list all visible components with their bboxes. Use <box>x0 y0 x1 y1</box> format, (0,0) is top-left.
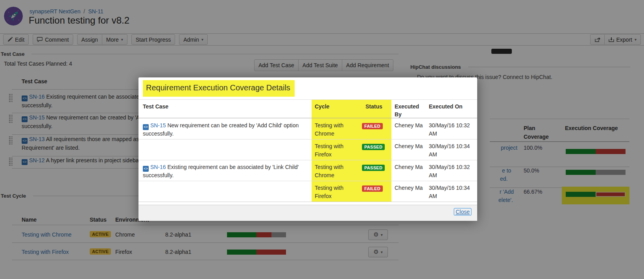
cycle-cell: Testing with Firefox <box>315 142 352 159</box>
executed-by-cell: Cheney Ma <box>395 142 423 151</box>
cycle-cell: Testing with Chrome <box>315 121 352 138</box>
cycle-cell: Testing with Chrome <box>315 163 352 180</box>
modal-status-column-header: Status <box>365 103 382 110</box>
modal-test-case-column-header: Test Case <box>143 103 168 110</box>
modal-executed-by-column-header-line2: By <box>395 111 402 117</box>
executed-by-cell: Cheney Ma <box>395 184 423 192</box>
test-case-summary: New requirement can be created by 'Add C… <box>167 122 299 128</box>
table-row: Testing with Firefox FAILED Cheney Ma 30… <box>138 181 477 202</box>
dialog-title: Requirement Execution Coverage Details <box>146 83 290 92</box>
test-case-summary-line2: successfully. <box>143 171 173 180</box>
page: synapseRT NextGen / SN-11 Function testi… <box>0 0 644 279</box>
test-case-icon: <> <box>143 124 149 130</box>
test-case-summary: Existing requirement can be associated b… <box>167 164 299 170</box>
test-case-summary-line2: successfully. <box>143 130 173 138</box>
status-badge: PASSED <box>362 144 385 150</box>
executed-on-cell: 30/May/16 10:32 AM <box>429 121 473 138</box>
modal-executed-by-column-header: Executed <box>395 103 419 110</box>
executed-on-cell: 30/May/16 10:34 AM <box>429 142 473 159</box>
executed-by-cell: Cheney Ma <box>395 121 423 130</box>
executed-on-cell: 30/May/16 10:32 AM <box>429 163 473 180</box>
cycle-cell: Testing with Firefox <box>315 184 352 200</box>
modal-cycle-column-header: Cycle <box>315 103 329 110</box>
modal-executed-on-column-header: Executed On <box>429 103 463 110</box>
test-case-key-link[interactable]: SN-15 <box>150 122 166 128</box>
requirement-execution-coverage-dialog: Requirement Execution Coverage Details T… <box>138 77 477 221</box>
table-row: <> SN-15 New requirement can be created … <box>138 118 477 140</box>
dialog-footer: Close <box>138 205 477 221</box>
close-dialog-link[interactable]: Close <box>454 209 471 215</box>
status-badge: FAILED <box>362 123 383 129</box>
table-row: Testing with Firefox PASSED Cheney Ma 30… <box>138 139 477 160</box>
test-case-key-link[interactable]: SN-16 <box>150 164 166 170</box>
executed-by-cell: Cheney Ma <box>395 163 423 171</box>
status-badge: PASSED <box>362 165 385 171</box>
test-case-icon: <> <box>143 166 149 172</box>
table-row: <> SN-16 Existing requirement can be ass… <box>138 160 477 181</box>
status-badge: FAILED <box>362 185 383 192</box>
executed-on-cell: 30/May/16 10:34 AM <box>429 184 473 200</box>
